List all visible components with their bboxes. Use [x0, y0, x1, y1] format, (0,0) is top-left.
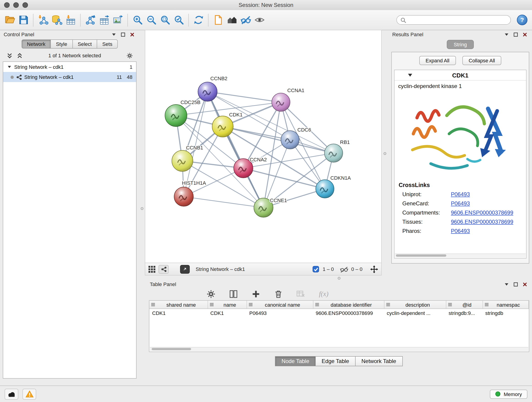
table-options-button[interactable] — [207, 290, 215, 298]
memory-button[interactable]: Memory — [490, 389, 527, 399]
network-node-hist1h1a[interactable] — [174, 187, 193, 206]
tab-network-table[interactable]: Network Table — [355, 356, 403, 366]
open-session-button[interactable] — [3, 12, 17, 28]
save-session-button[interactable] — [17, 12, 30, 28]
network-node-ccnb2[interactable] — [198, 82, 217, 101]
tab-sets[interactable]: Sets — [97, 39, 118, 49]
close-window-button[interactable] — [4, 2, 10, 8]
collapse-all-networks-button[interactable] — [17, 52, 23, 59]
double-chevron-down-icon — [7, 52, 12, 58]
column-header-database-identifier[interactable]: database identifier — [313, 301, 384, 309]
network-node-label: CCNA1 — [287, 88, 304, 93]
maximize-window-button[interactable] — [22, 2, 28, 8]
column-header-canonical-name[interactable]: canonical name — [247, 301, 313, 309]
control-panel-maximize-button[interactable] — [120, 32, 127, 37]
network-row[interactable]: String Network – cdk1 11 48 — [3, 72, 136, 82]
show-columns-button[interactable] — [229, 290, 238, 298]
network-node-ccna1[interactable] — [272, 93, 290, 111]
tab-node-table[interactable]: Node Table — [275, 356, 316, 366]
network-collection-row[interactable]: String Network – cdk1 1 — [3, 62, 136, 72]
memory-label: Memory — [504, 391, 522, 397]
zoom-fit-button[interactable] — [158, 12, 172, 28]
network-node-rb1[interactable] — [324, 144, 343, 162]
tab-select[interactable]: Select — [72, 39, 97, 49]
warnings-button[interactable] — [22, 389, 36, 400]
column-header-description[interactable]: description — [384, 301, 446, 309]
results-panel-float-button[interactable] — [503, 32, 510, 37]
table-panel-close-button[interactable] — [521, 281, 528, 287]
expand-all-button[interactable]: Expand All — [419, 56, 456, 65]
birds-eye-view-button[interactable] — [148, 266, 155, 273]
column-header-id[interactable]: @id — [446, 301, 482, 309]
tab-network[interactable]: Network — [22, 39, 51, 49]
import-network-db-button[interactable] — [50, 12, 64, 28]
network-node-ccnb1[interactable] — [172, 150, 193, 172]
import-table-button[interactable] — [64, 12, 77, 28]
help-button[interactable]: ? — [517, 15, 527, 25]
graphics-details-button[interactable] — [158, 265, 169, 274]
pharos-link[interactable]: P06493 — [451, 228, 470, 234]
refresh-icon — [193, 15, 204, 25]
results-panel-maximize-button[interactable] — [512, 32, 519, 37]
hide-selected-button[interactable] — [239, 12, 253, 28]
tab-style[interactable]: Style — [51, 39, 73, 49]
column-header-namespace[interactable]: namespac — [482, 301, 529, 309]
results-panel-close-button[interactable] — [521, 32, 528, 37]
zoom-out-button[interactable] — [144, 12, 158, 28]
delete-column-button[interactable] — [274, 290, 283, 298]
export-network-button[interactable] — [83, 12, 97, 28]
column-header-shared-name[interactable]: shared name — [149, 301, 208, 309]
network-node-cdk1[interactable] — [212, 116, 233, 137]
duplicate-button[interactable] — [211, 12, 225, 28]
column-type-icon — [448, 303, 452, 307]
export-view-button[interactable] — [180, 265, 190, 274]
collapse-gene-button[interactable] — [407, 73, 413, 77]
refresh-button[interactable] — [191, 12, 205, 28]
string-tab-badge[interactable]: String — [447, 40, 474, 49]
panel-divider-grip[interactable] — [141, 207, 143, 210]
export-table-button[interactable] — [97, 12, 111, 28]
hidden-nodes-button[interactable] — [340, 266, 348, 273]
compartments-link[interactable]: 9606.ENSP00000378699 — [451, 210, 513, 216]
control-panel-float-button[interactable] — [110, 32, 117, 37]
import-network-file-button[interactable] — [36, 12, 50, 28]
network-node-cdkn1a[interactable] — [316, 180, 334, 198]
zoom-in-button[interactable] — [131, 12, 144, 28]
share-icon — [161, 266, 167, 272]
selected-nodes-button[interactable] — [312, 266, 319, 273]
table-horizontal-scrollbar[interactable] — [150, 347, 528, 351]
column-header-name[interactable]: name — [208, 301, 247, 309]
panel-divider-grip[interactable] — [384, 152, 386, 155]
table-row[interactable]: CDK1 CDK1 P06493 9606.ENSP00000378699 cy… — [149, 309, 529, 317]
control-panel: Control Panel Network Style Select Sets … — [3, 31, 137, 379]
control-panel-tabs: Network Style Select Sets — [3, 38, 137, 51]
table-panel-maximize-button[interactable] — [512, 281, 519, 287]
tab-edge-table[interactable]: Edge Table — [315, 356, 355, 366]
create-column-button[interactable] — [252, 290, 260, 298]
crosshair-move-icon — [370, 265, 378, 273]
genecard-link[interactable]: P06493 — [451, 200, 470, 207]
cloud-status-button[interactable] — [5, 389, 18, 400]
minimize-window-button[interactable] — [13, 2, 19, 8]
network-canvas[interactable]: CCNB2CCNA1CDC25BCDK1CDC6RB1CCNB1CCNA2CDK… — [145, 30, 381, 263]
network-options-button[interactable] — [127, 52, 133, 59]
tissues-link[interactable]: 9606.ENSP00000378699 — [451, 219, 513, 225]
collapse-all-button[interactable]: Collapse All — [462, 56, 501, 65]
zoom-selected-button[interactable] — [172, 12, 186, 28]
table-panel-float-button[interactable] — [503, 281, 510, 287]
uniprot-link[interactable]: P06493 — [451, 191, 470, 198]
network-node-cdc6[interactable] — [281, 131, 299, 149]
search-input[interactable] — [408, 17, 507, 23]
expand-all-networks-button[interactable] — [6, 52, 13, 59]
results-horizontal-scrollbar[interactable] — [395, 254, 526, 258]
network-node-cdc25b[interactable] — [165, 104, 187, 127]
function-builder-button[interactable]: f(x) — [319, 290, 329, 298]
show-all-button[interactable] — [253, 12, 266, 28]
network-node-label: CDKN1A — [330, 175, 351, 181]
panel-divider-grip[interactable] — [338, 277, 341, 280]
status-bar: Memory — [0, 385, 532, 402]
export-image-button[interactable] — [111, 12, 125, 28]
control-panel-close-button[interactable] — [129, 32, 136, 37]
first-neighbors-button[interactable] — [225, 12, 239, 28]
pan-tool-button[interactable] — [370, 265, 378, 273]
